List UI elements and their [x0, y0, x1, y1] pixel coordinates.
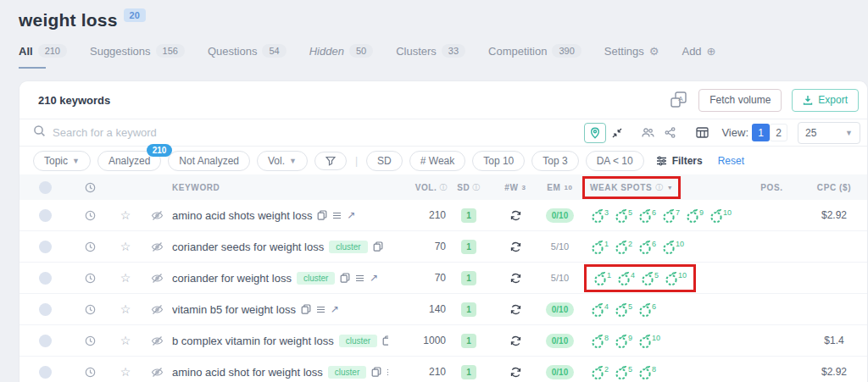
collapse-button[interactable]: [606, 123, 628, 143]
share-button[interactable]: [659, 123, 681, 143]
weak-spot-fruit-icon[interactable]: 7: [662, 208, 680, 224]
filter-topic[interactable]: Topic ▼: [33, 151, 91, 171]
weak-spot-fruit-icon[interactable]: 1: [591, 239, 609, 255]
refresh-icon[interactable]: [510, 210, 521, 221]
col-keyword[interactable]: KEYWORD: [172, 183, 388, 192]
clock-icon[interactable]: [85, 304, 96, 315]
filter-vol[interactable]: Vol. ▼: [257, 151, 308, 171]
keyword-text[interactable]: coriander for weight loss: [172, 272, 292, 285]
col-pos[interactable]: POS.: [744, 183, 799, 192]
tab-questions[interactable]: Questions 54: [208, 44, 287, 69]
page-size-select[interactable]: 25 ▼: [798, 122, 860, 144]
weak-spot-fruit-icon[interactable]: 9: [686, 208, 704, 224]
external-link-icon[interactable]: ↗: [347, 209, 355, 221]
eye-off-icon[interactable]: [151, 304, 164, 315]
reset-button[interactable]: Reset: [718, 155, 744, 167]
weak-spot-fruit-icon[interactable]: 9: [615, 333, 632, 349]
weak-spot-fruit-icon[interactable]: 2: [591, 364, 609, 380]
filter-top3[interactable]: Top 3: [531, 151, 578, 171]
serp-list-icon[interactable]: [355, 274, 364, 282]
star-icon[interactable]: ☆: [120, 303, 131, 315]
refresh-icon[interactable]: [510, 241, 521, 252]
weak-spot-fruit-icon[interactable]: 6: [638, 208, 656, 224]
weak-spot-fruit-icon[interactable]: 1: [593, 270, 611, 286]
clock-icon[interactable]: [85, 335, 96, 346]
refresh-icon[interactable]: [510, 335, 521, 346]
filters-button[interactable]: Filters: [656, 155, 703, 167]
search-input[interactable]: [53, 126, 584, 139]
tab-suggestions[interactable]: Suggestions 156: [90, 44, 185, 69]
filter-weak[interactable]: # Weak: [409, 151, 465, 171]
fetch-volume-button[interactable]: Fetch volume: [698, 89, 782, 112]
keyword-text[interactable]: coriander seeds for weight loss: [172, 241, 324, 253]
col-sd[interactable]: SD ⓘ: [448, 182, 490, 193]
col-weak-spots[interactable]: WEAK SPOTS ⓘ ▼: [579, 176, 744, 199]
tab-add[interactable]: Add ⊕: [682, 45, 715, 69]
refresh-icon[interactable]: [510, 367, 521, 378]
serp-list-icon[interactable]: [332, 212, 342, 219]
translate-pages-icon[interactable]: A: [670, 91, 688, 108]
weak-spot-fruit-icon[interactable]: 10: [638, 333, 660, 349]
clock-icon[interactable]: [85, 273, 96, 284]
row-checkbox[interactable]: [39, 303, 52, 316]
refresh-icon[interactable]: [510, 304, 521, 315]
eye-off-icon[interactable]: [151, 273, 164, 284]
col-em[interactable]: EM10: [541, 183, 579, 192]
eye-off-icon[interactable]: [151, 241, 164, 252]
keyword-text[interactable]: amino acid shots weight loss: [172, 209, 312, 222]
tab-settings[interactable]: Settings ⚙: [604, 45, 659, 69]
filter-top10[interactable]: Top 10: [472, 151, 525, 171]
weak-spot-fruit-icon[interactable]: 2: [615, 239, 632, 255]
weak-spot-fruit-icon[interactable]: 5: [615, 302, 632, 318]
filter-da[interactable]: DA < 10: [586, 151, 644, 171]
row-checkbox[interactable]: [39, 272, 52, 285]
view-2-button[interactable]: 2: [770, 124, 787, 141]
row-checkbox[interactable]: [39, 366, 52, 379]
copy-icon[interactable]: [317, 210, 327, 220]
location-pin-button[interactable]: [584, 123, 606, 143]
eye-off-icon[interactable]: [151, 335, 164, 346]
tab-all[interactable]: All 210: [19, 44, 67, 69]
col-cpc[interactable]: CPC ($): [799, 183, 868, 192]
col-weak3[interactable]: #W3: [490, 183, 541, 192]
row-checkbox[interactable]: [39, 209, 52, 222]
view-1-button[interactable]: 1: [752, 124, 770, 141]
copy-icon[interactable]: [382, 335, 388, 346]
weak-spot-fruit-icon[interactable]: 3: [591, 208, 609, 224]
keyword-text[interactable]: amino acid shot for weight loss: [172, 366, 323, 379]
star-icon[interactable]: ☆: [120, 241, 131, 252]
copy-icon[interactable]: [301, 304, 311, 314]
clock-icon[interactable]: [85, 367, 96, 378]
copy-icon[interactable]: [373, 241, 383, 252]
copy-icon[interactable]: [371, 367, 381, 377]
copy-icon[interactable]: [340, 273, 350, 283]
row-checkbox[interactable]: [39, 335, 52, 347]
eye-off-icon[interactable]: [151, 210, 164, 221]
filter-not-analyzed[interactable]: Not Analyzed: [168, 151, 250, 171]
eye-off-icon[interactable]: [151, 367, 164, 378]
filter-funnel[interactable]: [314, 152, 347, 170]
assign-users-button[interactable]: [637, 123, 659, 143]
tab-competition[interactable]: Competition 390: [488, 44, 581, 69]
weak-spot-fruit-icon[interactable]: 8: [638, 364, 656, 380]
keyword-text[interactable]: b complex vitamin for weight loss: [172, 335, 334, 347]
weak-spot-fruit-icon[interactable]: 8: [591, 333, 609, 349]
refresh-icon[interactable]: [510, 273, 521, 284]
table-view-button[interactable]: [691, 123, 713, 143]
col-vol[interactable]: VOL. ⓘ: [388, 182, 448, 193]
star-icon[interactable]: ☆: [120, 335, 131, 346]
tab-hidden[interactable]: Hidden 50: [309, 44, 373, 69]
export-button[interactable]: Export: [792, 89, 859, 112]
tab-clusters[interactable]: Clusters 33: [396, 44, 465, 69]
weak-spot-fruit-icon[interactable]: 5: [641, 270, 659, 286]
weak-spot-fruit-icon[interactable]: 6: [638, 239, 656, 255]
serp-list-icon[interactable]: [316, 306, 326, 313]
clock-icon[interactable]: [85, 241, 96, 252]
filter-sd[interactable]: SD: [366, 151, 403, 171]
weak-spot-fruit-icon[interactable]: 4: [617, 270, 635, 286]
external-link-icon[interactable]: ↗: [331, 303, 339, 315]
weak-spot-fruit-icon[interactable]: 4: [591, 302, 609, 318]
star-icon[interactable]: ☆: [120, 272, 131, 284]
filter-analyzed[interactable]: Analyzed 210: [97, 151, 161, 171]
weak-spot-fruit-icon[interactable]: 10: [665, 270, 687, 286]
